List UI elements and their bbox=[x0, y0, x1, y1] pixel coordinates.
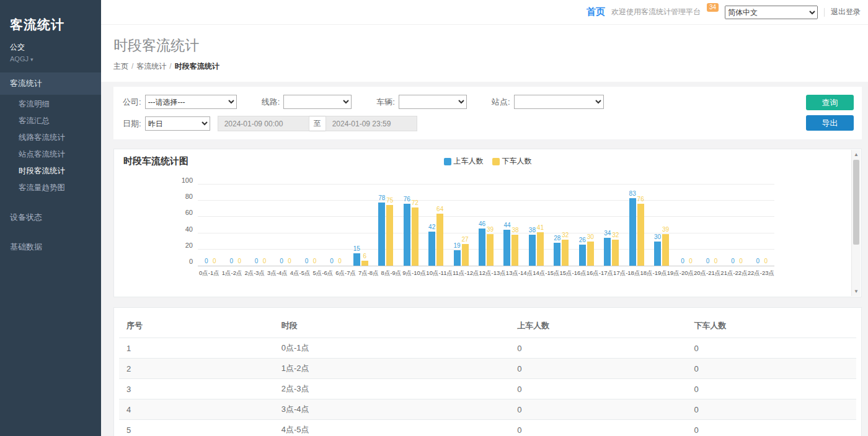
bar-wrap: 30 bbox=[587, 185, 594, 266]
x-axis-category-label: 11点-12点 bbox=[453, 269, 479, 277]
chart-scrollbar[interactable]: ▲ ▼ bbox=[851, 150, 861, 296]
sidebar-item[interactable]: 站点客流统计 bbox=[0, 146, 101, 163]
station-select[interactable] bbox=[514, 95, 604, 109]
date-preset-select[interactable]: 昨日 bbox=[145, 116, 210, 131]
table-panel: 序号时段上车人数下车人数 10点-1点0021点-2点0032点-3点0043点… bbox=[113, 307, 862, 436]
bar[interactable] bbox=[487, 234, 494, 266]
bar-wrap: 27 bbox=[462, 185, 469, 266]
y-axis-tick-label: 60 bbox=[185, 209, 193, 216]
company-select[interactable]: ---请选择--- bbox=[145, 95, 237, 109]
bar[interactable] bbox=[579, 245, 586, 266]
bar-wrap: 0 bbox=[712, 185, 719, 266]
bar-wrap: 15 bbox=[353, 185, 360, 266]
breadcrumb: 主页/客流统计/时段客流统计 bbox=[113, 61, 868, 72]
legend-item[interactable]: 上车人数 bbox=[444, 156, 484, 167]
bar[interactable] bbox=[654, 242, 661, 266]
sidebar-section[interactable]: 客流统计 bbox=[0, 72, 101, 95]
end-time-input[interactable] bbox=[326, 116, 417, 131]
bar-wrap: 76 bbox=[404, 185, 410, 266]
bar[interactable] bbox=[412, 207, 418, 266]
bar[interactable] bbox=[404, 204, 410, 266]
scrollbar-thumb[interactable] bbox=[853, 160, 859, 245]
bar-wrap: 0 bbox=[203, 185, 210, 266]
logout-link[interactable]: 退出登录 bbox=[831, 7, 861, 17]
breadcrumb-item[interactable]: 客流统计 bbox=[136, 62, 166, 71]
sidebar-item[interactable]: 时段客流统计 bbox=[0, 163, 101, 180]
bar-value-label: 39 bbox=[487, 227, 494, 233]
welcome-text: 欢迎使用客流统计管理平台 bbox=[611, 7, 701, 17]
table-cell: 0 bbox=[510, 338, 686, 359]
bar[interactable] bbox=[629, 198, 636, 266]
bar-wrap: 0 bbox=[261, 185, 268, 266]
vehicle-select[interactable] bbox=[399, 95, 467, 109]
bar[interactable] bbox=[503, 230, 510, 266]
account-dropdown[interactable]: AQGJ▾ bbox=[10, 55, 91, 63]
sidebar-item[interactable]: 线路客流统计 bbox=[0, 129, 101, 146]
bar[interactable] bbox=[428, 232, 435, 266]
bar-value-label: 15 bbox=[353, 246, 360, 252]
bar[interactable] bbox=[587, 242, 594, 266]
table-cell: 0 bbox=[510, 420, 686, 436]
bar-value-label: 44 bbox=[503, 222, 510, 229]
bar-wrap: 6 bbox=[361, 185, 368, 266]
query-button[interactable]: 查询 bbox=[806, 95, 854, 110]
bar-group: 1927 bbox=[448, 185, 473, 266]
topbar-divider bbox=[824, 8, 825, 17]
export-button[interactable]: 导出 bbox=[806, 115, 854, 131]
filter-panel: 公司: ---请选择--- 线路: 车辆: 站点: 日期: bbox=[113, 87, 862, 139]
table-cell: 1点-2点 bbox=[274, 359, 510, 379]
bar-value-label: 72 bbox=[412, 200, 418, 206]
table-row: 21点-2点00 bbox=[119, 359, 856, 379]
start-time-input[interactable] bbox=[218, 116, 309, 131]
scroll-up-arrow-icon[interactable]: ▲ bbox=[852, 150, 861, 159]
language-select[interactable]: 简体中文 bbox=[725, 6, 818, 19]
legend-item[interactable]: 下车人数 bbox=[492, 156, 532, 167]
bar-wrap: 41 bbox=[537, 185, 544, 266]
y-axis-tick-label: 0 bbox=[189, 258, 193, 265]
sidebar-item[interactable]: 客流量趋势图 bbox=[0, 180, 101, 196]
bar-value-label: 30 bbox=[587, 234, 594, 240]
bar-value-label: 64 bbox=[436, 206, 443, 212]
bar[interactable] bbox=[554, 243, 560, 266]
company-filter: 公司: ---请选择--- bbox=[123, 95, 237, 109]
bar-group: 00 bbox=[248, 185, 273, 266]
bar[interactable] bbox=[662, 234, 669, 266]
notification-badge[interactable]: 34 bbox=[707, 3, 719, 12]
bar-wrap: 19 bbox=[454, 185, 461, 266]
chart-plot: 0204060801000000000000001567875767242641… bbox=[198, 185, 774, 266]
x-axis-category-label: 16点-17点 bbox=[587, 269, 613, 277]
bar[interactable] bbox=[529, 235, 536, 266]
bar-group: 2832 bbox=[549, 185, 574, 266]
bar[interactable] bbox=[378, 203, 385, 266]
bar[interactable] bbox=[537, 232, 544, 266]
bar[interactable] bbox=[361, 261, 368, 266]
bar[interactable] bbox=[454, 250, 461, 266]
x-axis-category-label: 20点-21点 bbox=[694, 269, 720, 277]
x-axis-category-label: 22点-23点 bbox=[748, 269, 774, 277]
sidebar-item[interactable]: 客流汇总 bbox=[0, 113, 101, 129]
bar-wrap: 72 bbox=[412, 185, 418, 266]
home-link[interactable]: 首页 bbox=[587, 6, 605, 18]
sidebar-section[interactable]: 基础数据 bbox=[0, 235, 101, 259]
bar-value-label: 0 bbox=[731, 258, 735, 264]
bar-group: 7672 bbox=[399, 185, 423, 266]
bar[interactable] bbox=[562, 240, 569, 266]
bar[interactable] bbox=[386, 205, 393, 266]
bar-group: 00 bbox=[699, 185, 724, 266]
sidebar-item[interactable]: 客流明细 bbox=[0, 96, 101, 113]
bar[interactable] bbox=[479, 229, 485, 266]
bar-value-label: 0 bbox=[689, 258, 693, 264]
sidebar-section[interactable]: 设备状态 bbox=[0, 205, 101, 230]
bar[interactable] bbox=[512, 235, 518, 266]
bar[interactable] bbox=[604, 238, 611, 266]
scroll-down-arrow-icon[interactable]: ▼ bbox=[852, 287, 861, 296]
bar-value-label: 30 bbox=[654, 234, 661, 240]
bar[interactable] bbox=[462, 244, 469, 266]
bar[interactable] bbox=[612, 240, 619, 266]
bar[interactable] bbox=[637, 204, 644, 266]
breadcrumb-item[interactable]: 主页 bbox=[113, 62, 128, 71]
line-select[interactable] bbox=[283, 95, 352, 109]
bar[interactable] bbox=[436, 214, 443, 266]
bar[interactable] bbox=[353, 253, 360, 266]
caret-down-icon: ▾ bbox=[30, 56, 33, 63]
